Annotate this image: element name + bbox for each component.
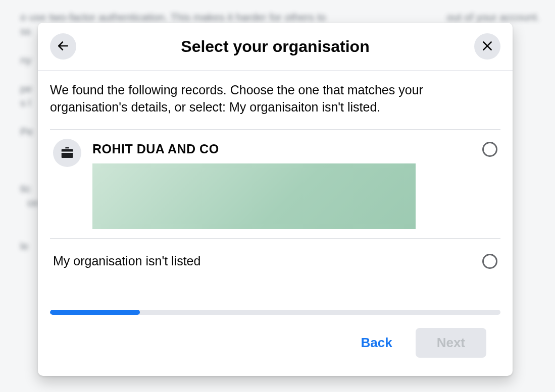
modal-header: Select your organisation (38, 23, 513, 71)
not-listed-option[interactable]: My organisation isn't listed (50, 239, 500, 284)
organisation-options: ROHIT DUA AND CO My organisation isn't l… (50, 129, 500, 284)
modal-footer: Back Next (50, 315, 500, 376)
close-icon (481, 39, 494, 54)
modal-title: Select your organisation (76, 37, 474, 56)
back-button[interactable]: Back (351, 329, 401, 357)
modal-body: We found the following records. Choose t… (38, 71, 513, 376)
organisation-name: ROHIT DUA AND CO (92, 142, 471, 156)
briefcase-icon (53, 139, 81, 167)
next-button[interactable]: Next (416, 328, 486, 358)
select-organisation-modal: Select your organisation We found the fo… (38, 23, 513, 376)
not-listed-label: My organisation isn't listed (53, 254, 471, 268)
organisation-option[interactable]: ROHIT DUA AND CO (50, 130, 500, 239)
progress-bar (50, 310, 500, 315)
arrow-left-icon (57, 39, 70, 54)
radio-unselected[interactable] (482, 142, 497, 157)
back-arrow-button[interactable] (50, 33, 76, 60)
redacted-block (92, 163, 416, 229)
option-content: My organisation isn't listed (53, 254, 471, 268)
intro-text: We found the following records. Choose t… (50, 82, 500, 116)
option-content: ROHIT DUA AND CO (92, 139, 471, 229)
close-button[interactable] (474, 33, 500, 60)
radio-unselected[interactable] (482, 254, 497, 269)
progress-fill (50, 310, 140, 315)
